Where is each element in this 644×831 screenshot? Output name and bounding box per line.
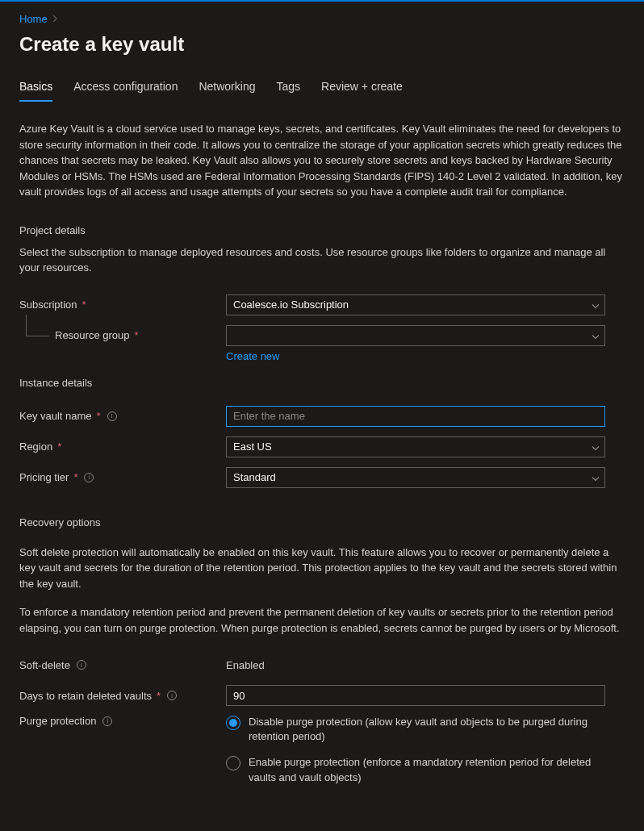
breadcrumb: Home bbox=[19, 2, 625, 30]
radio-label-enable-purge[interactable]: Enable purge protection (enforce a manda… bbox=[249, 755, 605, 784]
required-asterisk: * bbox=[57, 441, 61, 453]
required-asterisk: * bbox=[73, 471, 77, 483]
label-subscription: Subscription * bbox=[19, 299, 226, 311]
label-key-vault-name: Key vault name * i bbox=[19, 410, 226, 422]
label-text: Resource group bbox=[55, 329, 130, 341]
recovery-desc-1: Soft delete protection will automaticall… bbox=[19, 545, 625, 592]
select-region[interactable]: East US bbox=[226, 436, 605, 457]
label-text: Subscription bbox=[19, 299, 77, 311]
label-text: Key vault name bbox=[19, 410, 92, 422]
required-asterisk: * bbox=[135, 329, 139, 341]
label-text: Pricing tier bbox=[19, 471, 69, 483]
intro-description: Azure Key Vault is a cloud service used … bbox=[19, 121, 625, 200]
info-icon[interactable]: i bbox=[167, 691, 177, 700]
label-soft-delete: Soft-delete i bbox=[19, 659, 226, 671]
tab-basics[interactable]: Basics bbox=[19, 80, 52, 101]
radio-disable-purge-protection[interactable] bbox=[226, 716, 240, 730]
label-pricing-tier: Pricing tier * i bbox=[19, 471, 226, 483]
soft-delete-value: Enabled bbox=[226, 659, 265, 671]
section-title-instance-details: Instance details bbox=[19, 377, 625, 389]
required-asterisk: * bbox=[97, 410, 101, 422]
breadcrumb-home[interactable]: Home bbox=[19, 13, 48, 25]
select-value: Standard bbox=[233, 471, 276, 483]
required-asterisk: * bbox=[157, 690, 161, 702]
select-pricing-tier[interactable]: Standard bbox=[226, 467, 605, 488]
label-days-to-retain: Days to retain deleted vaults * i bbox=[19, 690, 226, 702]
section-title-recovery-options: Recovery options bbox=[19, 516, 625, 528]
label-region: Region * bbox=[19, 441, 226, 453]
input-key-vault-name[interactable] bbox=[226, 406, 605, 427]
tab-access-configuration[interactable]: Access configuration bbox=[73, 80, 178, 101]
radio-label-disable-purge[interactable]: Disable purge protection (allow key vaul… bbox=[249, 715, 605, 744]
label-resource-group: Resource group * bbox=[55, 329, 226, 341]
select-resource-group[interactable] bbox=[226, 325, 605, 346]
tab-bar: Basics Access configuration Networking T… bbox=[19, 80, 625, 102]
label-text: Days to retain deleted vaults bbox=[19, 690, 152, 702]
required-asterisk: * bbox=[82, 299, 86, 311]
info-icon[interactable]: i bbox=[102, 716, 112, 726]
page-title: Create a key vault bbox=[19, 30, 625, 80]
label-text: Purge protection bbox=[19, 715, 96, 727]
chevron-right-icon bbox=[52, 15, 57, 24]
label-purge-protection: Purge protection i bbox=[19, 715, 226, 727]
select-value: East US bbox=[233, 441, 272, 453]
radio-dot-icon bbox=[229, 719, 237, 727]
chevron-down-icon bbox=[592, 441, 600, 453]
tab-networking[interactable]: Networking bbox=[199, 80, 255, 101]
tab-tags[interactable]: Tags bbox=[276, 80, 300, 101]
info-icon[interactable]: i bbox=[84, 473, 94, 482]
label-text: Region bbox=[19, 441, 52, 453]
select-value: Coalesce.io Subscription bbox=[233, 299, 349, 311]
chevron-down-icon bbox=[592, 329, 600, 341]
tab-review-create[interactable]: Review + create bbox=[321, 80, 403, 101]
section-title-project-details: Project details bbox=[19, 224, 625, 236]
info-icon[interactable]: i bbox=[77, 660, 86, 670]
label-text: Soft-delete bbox=[19, 659, 70, 671]
chevron-down-icon bbox=[592, 299, 600, 311]
radio-enable-purge-protection[interactable] bbox=[226, 756, 240, 770]
section-desc-project-details: Select the subscription to manage deploy… bbox=[19, 244, 625, 276]
select-subscription[interactable]: Coalesce.io Subscription bbox=[226, 294, 605, 315]
recovery-desc-2: To enforce a mandatory retention period … bbox=[19, 604, 625, 636]
info-icon[interactable]: i bbox=[107, 411, 117, 421]
chevron-down-icon bbox=[592, 471, 600, 483]
link-create-new-resource-group[interactable]: Create new bbox=[226, 350, 279, 362]
input-days-to-retain[interactable] bbox=[226, 685, 605, 706]
